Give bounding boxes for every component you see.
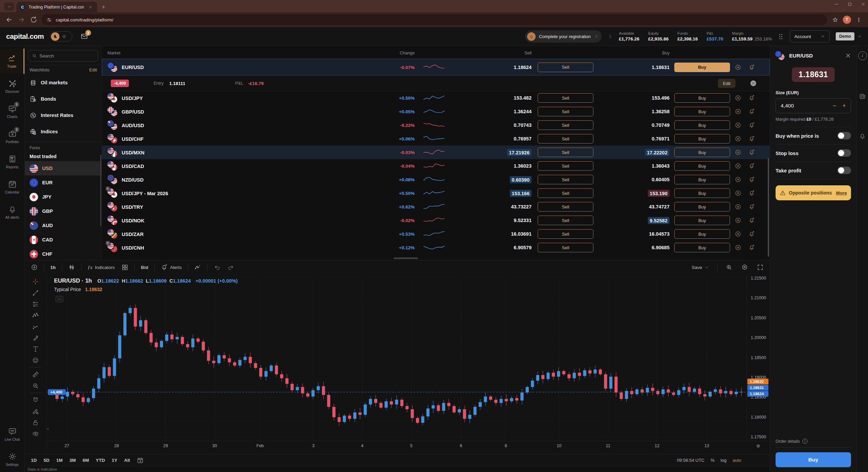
indicators-button[interactable]: ƒxIndicators <box>85 263 118 272</box>
toggle-switch[interactable] <box>837 167 851 174</box>
info-icon[interactable]: i <box>858 51 867 60</box>
chart-clock[interactable]: 09:56:54 UTC <box>677 458 705 463</box>
range-6m[interactable]: 6M <box>83 458 89 463</box>
site-settings-icon[interactable] <box>46 17 52 23</box>
range-1m[interactable]: 1M <box>56 458 63 463</box>
edit-position-button[interactable]: Edit <box>718 79 735 88</box>
xabcd-pattern-tool-icon[interactable] <box>30 310 41 321</box>
forward-button[interactable] <box>17 15 26 24</box>
forecast-tool-icon[interactable] <box>30 321 41 332</box>
price-alert-icon[interactable] <box>748 95 755 101</box>
watchlist-currency-usd[interactable]: USD <box>25 161 102 175</box>
inbox-button[interactable]: 2 <box>81 33 88 40</box>
buy-button[interactable]: Buy <box>674 216 730 225</box>
price-alert-icon[interactable] <box>748 217 755 224</box>
price-alert-icon[interactable] <box>748 136 755 142</box>
sidebar-item-charts[interactable]: Charts5 <box>0 99 24 124</box>
legend-collapse-button[interactable] <box>55 296 64 302</box>
sell-button[interactable]: Sell <box>538 148 593 157</box>
collapse-banner-chevron[interactable] <box>608 34 613 39</box>
log-scale-toggle[interactable]: log <box>721 458 726 463</box>
buy-button[interactable]: Buy <box>674 93 730 103</box>
tab-close-icon[interactable] <box>87 4 94 11</box>
bookmark-star-icon[interactable] <box>831 15 839 24</box>
price-alert-icon[interactable] <box>748 231 755 237</box>
sell-button[interactable]: Sell <box>538 134 593 144</box>
fib-retracement-tool-icon[interactable] <box>30 299 41 310</box>
price-alert-icon[interactable] <box>748 149 755 156</box>
watchlist-currency-eur[interactable]: EUR <box>25 175 102 190</box>
complete-registration-banner[interactable]: ☺ Complete your registration <box>525 30 602 43</box>
sell-button[interactable]: Sell <box>538 63 593 72</box>
add-to-watchlist-icon[interactable] <box>735 163 741 169</box>
watchlist-group-interest-rates[interactable]: Interest Rates <box>25 107 102 123</box>
sell-button[interactable]: Sell <box>538 175 593 184</box>
chart-settings-icon[interactable] <box>739 263 751 272</box>
demo-badge[interactable]: Demo <box>836 32 854 40</box>
watchlist-currency-cad[interactable]: CAD <box>25 233 102 247</box>
alerts-button[interactable]: Alerts <box>158 263 185 272</box>
buy-button[interactable]: Buy <box>674 188 730 198</box>
sidebar-item-discover[interactable]: Discover <box>0 74 24 99</box>
add-to-watchlist-icon[interactable] <box>735 245 741 251</box>
quick-search-icon[interactable] <box>723 263 735 272</box>
range-all[interactable]: All <box>124 458 130 463</box>
add-to-watchlist-icon[interactable] <box>735 204 741 210</box>
sell-button[interactable]: Sell <box>538 93 593 103</box>
market-row-usd-cad[interactable]: USD/CAD-0.04%1.36023Sell1.36043Buy <box>102 159 770 173</box>
theme-toggle[interactable] <box>50 31 72 41</box>
most-traded-label[interactable]: Most traded <box>25 151 102 161</box>
sidebar-item-trade[interactable]: Trade <box>0 49 24 74</box>
market-row-usd-try[interactable]: USD/TRY+0.62%43.73227Sell43.74727Buy <box>102 200 770 214</box>
sell-button[interactable]: Sell <box>538 161 593 171</box>
add-to-watchlist-icon[interactable] <box>735 108 741 115</box>
profile-avatar[interactable]: T <box>843 16 851 24</box>
sidebar-item-settings[interactable]: Settings <box>0 447 24 472</box>
market-row-nzd-usd[interactable]: NZD/USD+0.08%0.60390Sell0.60405Buy <box>102 173 770 186</box>
measure-tool-icon[interactable] <box>30 369 41 380</box>
price-alert-icon[interactable] <box>748 163 755 169</box>
range-3m[interactable]: 3M <box>69 458 76 463</box>
range-1y[interactable]: 1Y <box>112 458 118 463</box>
browser-menu-icon[interactable] <box>854 15 863 24</box>
market-row-usd-jpy[interactable]: USD/JPY+0.50%153.482Sell153.496Buy <box>102 91 770 105</box>
watchlist-currency-gbp[interactable]: GBP <box>25 204 102 218</box>
buy-button[interactable]: Buy <box>674 161 730 171</box>
brush-tool-icon[interactable] <box>30 332 41 343</box>
percent-scale-toggle[interactable]: % <box>711 458 715 463</box>
buy-button[interactable]: Buy <box>674 134 730 144</box>
emoji-tool-icon[interactable] <box>30 355 41 366</box>
bid-button[interactable]: Bid <box>138 263 151 272</box>
interval-button[interactable]: 1h <box>48 263 58 272</box>
zoom-in-tool-icon[interactable] <box>30 380 41 391</box>
range-1d[interactable]: 1D <box>31 458 37 463</box>
window-close-button[interactable] <box>861 2 865 6</box>
sell-button[interactable]: Sell <box>538 243 593 252</box>
window-maximize-button[interactable] <box>848 2 852 6</box>
buy-button[interactable]: Buy <box>674 175 730 184</box>
market-row-usd-cnh[interactable]: USD/CNH+0.12%6.90579Sell6.90685Buy <box>102 241 770 254</box>
add-to-watchlist-icon[interactable] <box>735 176 741 183</box>
sell-button[interactable]: Sell <box>538 216 593 225</box>
sell-button[interactable]: Sell <box>538 188 593 198</box>
sell-button[interactable]: Sell <box>538 229 593 239</box>
open-position-row[interactable]: -4,400Entry1.18111P&L-£16.79Edit <box>102 75 770 91</box>
auto-scale-toggle[interactable]: auto <box>733 458 741 463</box>
add-to-watchlist-icon[interactable] <box>735 231 741 237</box>
alerts-bell-icon[interactable] <box>859 133 866 140</box>
toggle-switch[interactable] <box>837 149 851 157</box>
crosshair-tool-icon[interactable] <box>30 276 41 287</box>
market-row-usd-zar[interactable]: USD/ZAR+0.53%16.03691Sell16.04573Buy <box>102 227 770 241</box>
add-to-watchlist-icon[interactable] <box>735 217 741 224</box>
table-horizontal-scrollbar[interactable] <box>394 257 418 259</box>
sidebar-item-all-alerts[interactable]: All alerts <box>0 200 24 225</box>
back-button[interactable] <box>5 15 14 24</box>
range-5d[interactable]: 5D <box>44 458 49 463</box>
market-row-eur-usd[interactable]: EUR/USD-0.07%1.18624Sell1.18631Buy <box>102 59 770 75</box>
goto-date-icon[interactable] <box>137 457 143 463</box>
sell-button[interactable]: Sell <box>538 202 593 212</box>
price-alert-icon[interactable] <box>748 64 755 70</box>
market-row-usd-nok[interactable]: USD/NOK-0.02%9.52331Sell9.52582Buy <box>102 214 770 227</box>
add-to-watchlist-icon[interactable] <box>735 64 741 70</box>
symbol-add-button[interactable] <box>28 263 40 272</box>
